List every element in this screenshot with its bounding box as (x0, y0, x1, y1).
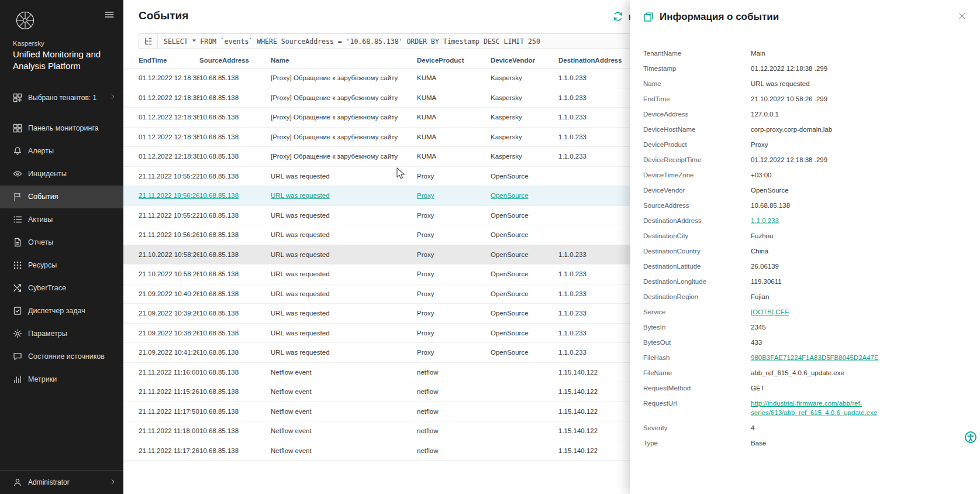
kuma-app: Kaspersky Unified Monitoring and Analysi… (0, 0, 980, 494)
field-value: +03:00 (751, 167, 967, 183)
cell-endtime: 21.09.2022 10:39:26 (139, 310, 199, 317)
cell-deviceproduct: Proxy (417, 270, 491, 277)
cybertrace-icon (13, 283, 22, 293)
query-builder-icon[interactable] (139, 34, 158, 49)
field-row: Timestamp 01.12.2022 12:18:38 .299 (630, 61, 980, 76)
cell-endtime: 21.11.2022 10:55:22 (139, 173, 199, 180)
sql-query-input[interactable]: SELECT * FROM `events` WHERE SourceAddre… (158, 37, 540, 46)
resources-icon (13, 260, 22, 270)
field-label: DestinationLatitude (643, 259, 751, 274)
sidebar-item[interactable]: Состояние источников (0, 345, 123, 368)
field-label: DeviceHostName (643, 122, 751, 137)
panel-title: Информация о событии (660, 11, 779, 23)
field-label: DeviceReceiptTime (643, 152, 751, 167)
cell-endtime: 21.09.2022 10:40:26 (139, 290, 199, 297)
sidebar-item-label: Активы (28, 215, 53, 224)
field-label: Service (643, 304, 751, 320)
field-value[interactable]: http://industrial-firmware.com/abb/ref-s… (751, 396, 967, 420)
close-icon[interactable] (957, 12, 967, 22)
field-row: DeviceVendor OpenSource (630, 183, 980, 198)
cell-devicevendor: Kaspersky (491, 74, 558, 81)
field-row: BytesOut 433 (630, 335, 980, 350)
refresh-button[interactable] (612, 11, 624, 23)
user-name: Administrator (28, 478, 70, 486)
field-row: BytesIn 2345 (630, 320, 980, 335)
sidebar-item-label: Ресурсы (28, 261, 57, 269)
sidebar-item[interactable]: Параметры (0, 323, 123, 345)
cell-name: Netflow event (271, 369, 417, 376)
settings-icon (13, 329, 22, 338)
column-header-name[interactable]: Name (271, 57, 417, 64)
bell-icon (13, 146, 22, 156)
field-label: DeviceVendor (643, 183, 751, 198)
field-label: TenantName (643, 46, 751, 61)
field-row: DeviceTimeZone +03:00 (630, 167, 980, 183)
cell-endtime: 01.12.2022 12:18:38 (139, 74, 199, 81)
cell-endtime: 01.12.2022 12:18:38 (139, 133, 199, 140)
tasks-icon (13, 306, 22, 315)
field-value: 433 (751, 335, 967, 350)
field-row: DestinationLatitude 26.06139 (630, 259, 980, 274)
cell-deviceproduct: Proxy (417, 349, 491, 356)
field-label: FileName (643, 365, 751, 380)
field-value[interactable]: 980B3FAE71224F1A83D5FB8045D2A47E (751, 350, 967, 365)
field-label: RequestMethod (643, 380, 751, 396)
sidebar-item[interactable]: CyberTrace (0, 277, 123, 300)
tenant-selector[interactable]: Выбрано тенантов: 1 (0, 87, 123, 109)
field-row: Type Base (630, 435, 980, 451)
cell-name: URL was requested (271, 270, 417, 277)
field-value: abb_ref_615_4.0.6_update.exe (751, 365, 967, 380)
menu-toggle-icon[interactable] (103, 9, 115, 21)
event-fields: TenantName Main Timestamp 01.12.2022 12:… (630, 43, 980, 494)
cell-devicevendor: OpenSource (491, 173, 558, 180)
tenants-icon (13, 93, 22, 102)
cell-name: URL was requested (271, 349, 417, 356)
cell-sourceaddress: 10.68.85.138 (199, 192, 271, 199)
cell-endtime: 21.11.2022 11:16:00 (139, 369, 199, 376)
sidebar-item[interactable]: События (0, 186, 123, 208)
cell-devicevendor: OpenSource (491, 251, 558, 258)
field-value[interactable]: 1.1.0.233 (751, 213, 967, 228)
cell-devicevendor: Kaspersky (491, 153, 558, 160)
cell-deviceproduct: netflow (417, 369, 491, 376)
column-header-sourceaddress[interactable]: SourceAddress (199, 57, 271, 64)
cell-name: Netflow event (271, 447, 417, 454)
sidebar-item[interactable]: Алерты (0, 140, 123, 163)
brand-name: Kaspersky (13, 40, 123, 47)
column-header-devicevendor[interactable]: DeviceVendor (491, 57, 558, 64)
cell-devicevendor: OpenSource (491, 212, 558, 219)
sidebar-item[interactable]: Метрики (0, 368, 123, 391)
cell-endtime: 21.10.2022 10:58:26 (139, 251, 199, 258)
cell-sourceaddress: 10.68.85.138 (199, 349, 271, 356)
cell-devicevendor: OpenSource (491, 270, 558, 277)
accessibility-icon[interactable] (964, 431, 978, 445)
sidebar-item[interactable]: Ресурсы (0, 254, 123, 277)
cell-name: [Proxy] Обращение к зарубежному сайту (271, 133, 417, 140)
kaspersky-logo (13, 8, 37, 33)
cell-endtime: 21.11.2022 11:17:26 (139, 447, 199, 454)
page-title: События (139, 9, 188, 22)
cell-sourceaddress: 10.68.85.138 (199, 369, 271, 376)
cell-devicevendor: OpenSource (491, 330, 558, 337)
sidebar-nav: Панель мониторинга Алерты Инциденты Собы… (0, 117, 123, 391)
sidebar-item[interactable]: Инциденты (0, 163, 123, 186)
user-menu[interactable]: Administrator (0, 470, 123, 494)
product-name: Unified Monitoring and Analysis Platform (13, 49, 111, 73)
cell-name: URL was requested (271, 212, 417, 219)
cell-deviceproduct: netflow (417, 408, 491, 415)
sidebar-item[interactable]: Диспетчер задач (0, 300, 123, 323)
sidebar-item[interactable]: Панель мониторинга (0, 117, 123, 140)
field-value[interactable]: [OOTB] CEF (751, 304, 967, 320)
sidebar-item[interactable]: Отчеты (0, 231, 123, 254)
sidebar-item-label: CyberTrace (28, 284, 66, 292)
field-row: SourceAddress 10.68.85.138 (630, 198, 980, 213)
sidebar-item-label: Панель мониторинга (28, 124, 99, 132)
sidebar-item[interactable]: Активы (0, 208, 123, 231)
cell-deviceproduct: Proxy (417, 231, 491, 238)
field-row: RequestUrl http://industrial-firmware.co… (630, 396, 980, 420)
field-label: Severity (643, 420, 751, 435)
cell-sourceaddress: 10.68.85.138 (199, 231, 271, 238)
field-value: 127.0.0.1 (751, 107, 967, 122)
column-header-deviceproduct[interactable]: DeviceProduct (417, 57, 491, 64)
column-header-endtime[interactable]: EndTime (139, 57, 199, 64)
